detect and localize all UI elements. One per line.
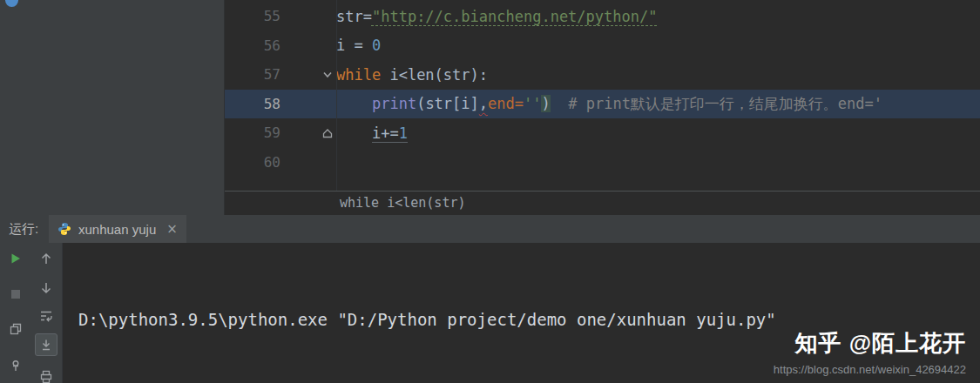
editor-line-58[interactable]: 58 print(str[i],end='') # print默认是打印一行，结… [225, 90, 980, 119]
editor-line-59[interactable]: 59 i+=1 [225, 118, 980, 148]
line-number: 59 [225, 124, 280, 141]
gutter[interactable]: 58 [225, 90, 336, 119]
run-tab-title: xunhuan yuju [78, 222, 156, 237]
soft-wrap-button[interactable] [37, 306, 56, 326]
line-number: 57 [225, 66, 280, 83]
gutter[interactable]: 57 [225, 60, 336, 90]
code-text: while i<len(str): [336, 66, 488, 84]
fold-end-icon[interactable] [321, 126, 335, 140]
down-stack-trace-button[interactable] [37, 279, 56, 298]
restore-layout-button[interactable] [6, 319, 25, 339]
context-bar: while i<len(str) [225, 191, 980, 215]
editor-line-57[interactable]: 57while i<len(str): [225, 60, 980, 90]
tab-close-icon[interactable]: × [166, 223, 178, 236]
fold-start-icon[interactable] [321, 68, 335, 82]
run-label: 运行: [9, 215, 38, 243]
python-logo-icon [57, 222, 71, 236]
project-panel-icon[interactable] [5, 0, 18, 7]
up-stack-trace-button[interactable] [37, 249, 56, 268]
stop-button[interactable] [6, 285, 25, 304]
pin-button[interactable] [6, 356, 25, 375]
watermark-title: 知乎 @陌上花开 [774, 328, 966, 359]
line-number: 55 [225, 8, 280, 24]
gutter[interactable]: 59 [225, 118, 336, 148]
gutter[interactable]: 60 [225, 148, 336, 178]
line-number: 58 [225, 96, 280, 112]
gutter[interactable]: 56 [225, 31, 336, 61]
run-console-panel: D:\python3.9.5\python.exe "D:/Python pro… [0, 243, 980, 383]
scroll-to-end-button[interactable] [35, 333, 57, 356]
code-text: i = 0 [336, 37, 381, 54]
project-panel [0, 0, 225, 215]
editor-lines: 55str="http://c.biancheng.net/python/"56… [225, 0, 980, 177]
editor-line-55[interactable]: 55str="http://c.biancheng.net/python/" [225, 2, 980, 31]
gutter[interactable]: 55 [225, 2, 336, 31]
editor-line-56[interactable]: 56i = 0 [225, 31, 980, 61]
watermark: 知乎 @陌上花开 https://blog.csdn.net/weixin_42… [774, 328, 966, 376]
code-text: i+=1 [336, 124, 408, 142]
editor-line-60[interactable]: 60 [225, 148, 980, 178]
rerun-button[interactable] [6, 249, 25, 268]
gutter-separator [336, 0, 337, 191]
context-bar-text: while i<len(str) [340, 195, 466, 211]
code-text: str="http://c.biancheng.net/python/" [336, 8, 657, 25]
run-toolbar-header: 运行: xunhuan yuju × [0, 215, 980, 243]
watermark-url: https://blog.csdn.net/weixin_42694422 [774, 363, 966, 376]
run-tab[interactable]: xunhuan yuju × [49, 215, 186, 243]
line-number: 56 [225, 37, 280, 54]
code-text: print(str[i],end='') # print默认是打印一行，结尾加换… [336, 94, 882, 114]
run-toolbar-left [0, 243, 30, 383]
print-button[interactable] [37, 367, 56, 383]
code-editor[interactable]: 55str="http://c.biancheng.net/python/"56… [225, 0, 980, 191]
line-number: 60 [225, 154, 280, 171]
run-toolbar-right [30, 243, 63, 383]
